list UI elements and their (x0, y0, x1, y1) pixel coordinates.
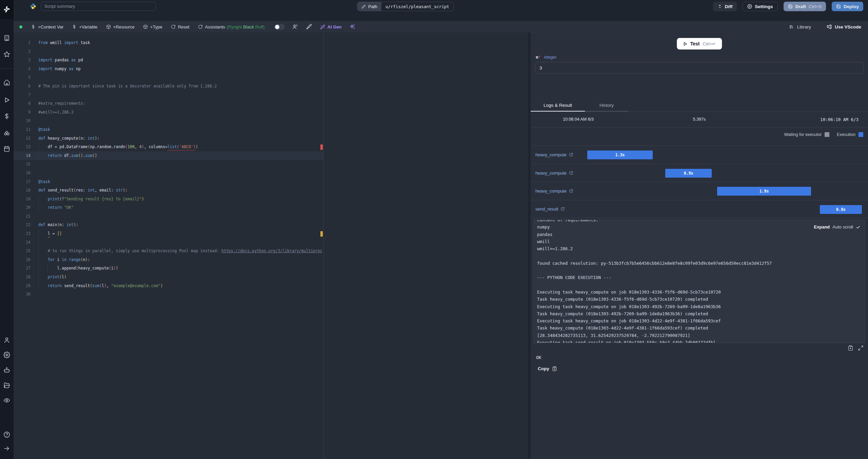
sidebar-item-boxes[interactable] (3, 129, 10, 136)
ai-gen-button[interactable]: AI Gen (320, 24, 342, 29)
code-line: 10 (14, 117, 323, 125)
code-editor[interactable]: 1from wmill import task23import pandas a… (14, 33, 324, 459)
path-edit-segment[interactable]: Path (357, 2, 381, 11)
line-number: 4 (14, 65, 31, 74)
code-line: 30 (14, 290, 323, 299)
ext-link-icon (569, 153, 573, 157)
toolbar-item-assistants[interactable]: Assistants (198, 24, 225, 29)
test-button[interactable]: Test Ctrl+↵ (677, 38, 722, 49)
legend-swatch (825, 132, 829, 137)
line-number: 17 (14, 178, 31, 186)
indent-guide (38, 238, 39, 247)
task-link-heavy_compute[interactable]: heavy_compute (535, 170, 573, 175)
sidebar-item-play[interactable] (3, 97, 10, 103)
settings-button[interactable]: Settings (743, 2, 777, 11)
sidebar-item-dollar[interactable] (3, 113, 10, 120)
line-number: 8 (14, 99, 31, 108)
ext-link-icon (569, 189, 573, 193)
line-number: 21 (14, 212, 31, 221)
legend-item: Execution (837, 132, 863, 137)
run-time-row: 10:06:04 AM 6/3 5.397s 10:06:10 AM 6/3 (531, 112, 868, 127)
toolbar-item--context-var[interactable]: +Context Var (31, 24, 63, 29)
sidebar-item-bot[interactable] (3, 367, 10, 374)
toolbar-item--variable[interactable]: +Variable (72, 24, 97, 29)
assistant-tool: Ruff) (254, 24, 265, 29)
code-line: 28 print(l) (14, 273, 323, 282)
timeline-row: heavy_compute0.9s (531, 164, 868, 182)
toolbar-item-label: +Context Var (38, 24, 63, 29)
script-summary-input[interactable] (41, 2, 156, 11)
calendar-icon (3, 145, 10, 152)
boxes-icon (3, 129, 10, 136)
sidebar-item-folder-open[interactable] (3, 382, 10, 389)
sidebar-item-star[interactable] (3, 51, 10, 58)
run-start-time: 10:06:04 AM 6/3 (563, 117, 594, 122)
code-line: 22def main(n: int): (14, 221, 323, 230)
library-button[interactable]: Library (789, 24, 811, 29)
sidebar-item-user[interactable] (3, 337, 10, 343)
path-chip[interactable]: Path u/rfiszel/pleasant_script (357, 2, 454, 11)
line-number: 20 (14, 203, 31, 212)
timeline-row: heavy_compute1.9s (531, 182, 868, 200)
line-number: 14 (14, 152, 31, 160)
toolbar-item--type[interactable]: +Type (143, 24, 162, 29)
task-link-send_result[interactable]: send_result (535, 206, 565, 212)
sidebar-item-building[interactable] (3, 35, 10, 41)
play-icon (683, 42, 687, 46)
execution-timeline: heavy_compute1.3sheavy_compute0.9sheavy_… (531, 145, 868, 218)
argument-label: n* integer (536, 55, 556, 60)
diff-button[interactable]: Diff (713, 2, 737, 11)
expand-logs-button[interactable]: Expand (814, 224, 830, 230)
windmill-logo[interactable] (0, 0, 14, 19)
star-icon (3, 51, 10, 58)
deploy-button[interactable]: Deploy (832, 2, 863, 11)
line-number: 6 (14, 82, 31, 91)
tab-logs-result[interactable]: Logs & Result (531, 99, 585, 112)
sidebar-item-arrow-right[interactable] (3, 445, 10, 452)
result-actions (848, 345, 864, 351)
sidebar-item-home[interactable] (3, 79, 10, 86)
task-link-heavy_compute[interactable]: heavy_compute (535, 188, 573, 194)
arg-n-input[interactable] (535, 62, 864, 74)
toolbar-item-label: Assistants (205, 24, 225, 29)
line-number: 2 (14, 47, 31, 56)
execution-bar: 1.3s (587, 151, 653, 159)
sidebar-item-help[interactable] (3, 431, 10, 438)
line-number: 25 (14, 247, 31, 256)
format-brush-icon[interactable] (306, 24, 312, 30)
folder-open-icon (3, 382, 10, 389)
tab-history[interactable]: History (585, 99, 628, 112)
log-output[interactable]: content of requirements: numpy pandas wm… (533, 220, 865, 343)
path-value: u/rfiszel/pleasant_script (381, 4, 453, 9)
plus-minus-icon (717, 4, 722, 9)
toolbar-item--resource[interactable]: +Resource (106, 24, 135, 29)
sidebar-item-eye[interactable] (3, 397, 10, 404)
code-line: 16 (14, 169, 323, 178)
toolbar-item-reset[interactable]: Reset (171, 24, 190, 29)
dollar-icon (72, 24, 77, 29)
assistants-toggle[interactable] (274, 24, 285, 30)
sidebar-item-calendar[interactable] (3, 145, 10, 152)
line-number: 22 (14, 221, 31, 230)
draft-button[interactable]: Draft Ctrl+S (784, 2, 826, 11)
draft-label: Draft (795, 4, 806, 9)
use-vscode-button[interactable]: Use VScode (827, 24, 861, 29)
multiplayer-icon[interactable] (292, 24, 298, 30)
copy-label: Copy (538, 366, 549, 371)
fullscreen-icon[interactable] (858, 345, 864, 351)
log-controls: Expand Auto scroll (814, 224, 861, 230)
sidebar-item-gear[interactable] (3, 352, 10, 358)
rotate-icon (198, 24, 203, 29)
assistant-tool: (Pyright (227, 24, 243, 29)
diff-label: Diff (725, 4, 733, 9)
task-link-heavy_compute[interactable]: heavy_compute (535, 152, 573, 157)
sparkles-icon[interactable] (349, 24, 355, 30)
autoscroll-label[interactable]: Auto scroll (832, 224, 853, 230)
timeline-row: heavy_compute1.3s (531, 145, 868, 164)
code-line: 20 return "OK" (14, 203, 323, 212)
line-number: 5 (14, 73, 31, 82)
code-line: 24 (14, 238, 323, 247)
code-line: 25 # to run things in parallel, simply u… (14, 247, 323, 256)
copy-result-button[interactable]: Copy (538, 366, 557, 371)
copy-result-icon[interactable] (848, 345, 853, 351)
